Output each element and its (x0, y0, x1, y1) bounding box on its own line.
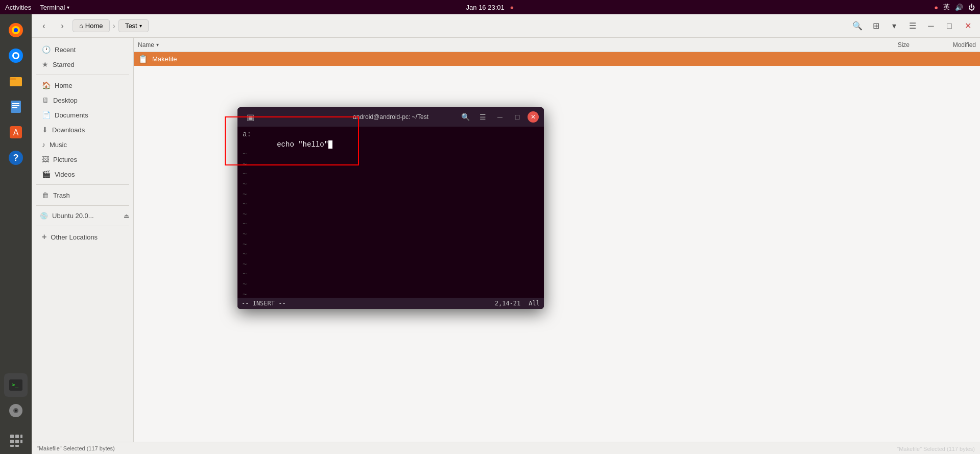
dock-item-terminal[interactable]: >_ (4, 373, 28, 397)
vim-tilde-12: ~ (243, 260, 539, 270)
sidebar-documents-label: Documents (55, 111, 88, 119)
sidebar-item-music[interactable]: ♪ Music (34, 137, 131, 152)
svg-rect-24 (15, 440, 19, 443)
eject-icon[interactable]: ⏏ (124, 212, 129, 220)
svg-rect-11 (12, 107, 17, 108)
fm-status-text: "Makefile" Selected (117 bytes) (37, 445, 115, 451)
fm-home-path-btn[interactable]: ⌂ Home (73, 19, 110, 32)
terminal-dropdown-icon[interactable]: ▾ (67, 5, 69, 10)
sidebar-desktop-label: Desktop (53, 97, 78, 104)
home-icon: 🏠 (42, 81, 51, 89)
help-icon: ? (8, 150, 24, 166)
fm-view-grid-button[interactable]: ⊞ (868, 18, 884, 34)
documents-icon: 📄 (42, 111, 51, 119)
terminal-menu-button[interactable]: ☰ (475, 110, 490, 124)
svg-rect-8 (11, 101, 21, 113)
sidebar-item-desktop[interactable]: 🖥 Desktop (34, 93, 131, 107)
fm-column-name[interactable]: Name ▾ (138, 41, 869, 49)
svg-rect-26 (15, 445, 19, 447)
sidebar-item-recent[interactable]: 🕐 Recent (34, 42, 131, 57)
sidebar-item-starred[interactable]: ★ Starred (34, 57, 131, 71)
files-icon (8, 73, 24, 89)
ubuntu-device-icon: 💿 (40, 212, 48, 220)
dock-item-grid[interactable] (4, 428, 28, 452)
dock-item-libreoffice[interactable] (4, 95, 28, 118)
fm-minimize-button[interactable]: ─ (923, 18, 939, 34)
fm-maximize-button[interactable]: □ (941, 18, 958, 34)
svg-text:A: A (13, 128, 19, 137)
home-path-icon: ⌂ (79, 22, 83, 30)
makefile-name: Makefile (152, 55, 869, 63)
vim-tilde-5: ~ (243, 190, 539, 200)
fm-menu-button[interactable]: ☰ (904, 18, 921, 34)
fm-column-modified[interactable]: Modified (910, 41, 976, 49)
vim-tilde-8: ~ (243, 220, 539, 230)
terminal-search-button[interactable]: 🔍 (458, 110, 472, 124)
recent-icon: 🕐 (42, 45, 51, 54)
sidebar-item-documents[interactable]: 📄 Documents (34, 108, 131, 122)
file-row-makefile[interactable]: 📋 Makefile (134, 52, 980, 66)
sidebar-item-pictures[interactable]: 🖼 Pictures (34, 152, 131, 166)
vim-tilde-9: ~ (243, 230, 539, 240)
fm-sidebar: 🕐 Recent ★ Starred 🏠 Home 🖥 Desktop 📄 Do… (32, 38, 134, 442)
application-dock: A ? >_ (0, 14, 32, 454)
power-icon[interactable]: ⏻ (968, 4, 975, 11)
starred-icon: ★ (42, 60, 49, 68)
dock-item-thunderbird[interactable] (4, 44, 28, 67)
svg-point-5 (14, 54, 18, 58)
dock-item-help[interactable]: ? (4, 146, 28, 170)
fm-close-button[interactable]: ✕ (960, 18, 976, 34)
activities-label[interactable]: Activities (5, 4, 31, 11)
fm-back-button[interactable]: ‹ (36, 18, 52, 34)
vim-tilde-4: ~ (243, 180, 539, 190)
sidebar-item-videos[interactable]: 🎬 Videos (34, 167, 131, 181)
fm-test-path-btn[interactable]: Test ▾ (118, 19, 149, 32)
vim-position-label: 2,14-21 (495, 300, 521, 307)
vim-tilde-14: ~ (243, 280, 539, 290)
lang-label[interactable]: 英 (943, 3, 950, 12)
makefile-icon: 📋 (138, 54, 148, 64)
dock-item-firefox[interactable] (4, 18, 28, 42)
terminal-body[interactable]: a: echo "hello" ~ ~ ~ ~ ~ ~ ~ ~ ~ ~ ~ ~ … (237, 127, 544, 298)
terminal-minimize-button[interactable]: ─ (493, 110, 507, 124)
sort-icon: ▾ (156, 42, 159, 47)
topbar-right: ● 英 🔊 ⏻ (934, 3, 975, 12)
topbar-left: Activities Terminal ▾ (5, 3, 69, 12)
sidebar-downloads-label: Downloads (52, 126, 85, 134)
sidebar-item-home[interactable]: 🏠 Home (34, 78, 131, 92)
svg-rect-23 (10, 440, 14, 443)
sidebar-recent-label: Recent (55, 46, 76, 54)
fm-search-button[interactable]: 🔍 (849, 18, 866, 34)
sidebar-device-ubuntu[interactable]: 💿 Ubuntu 20.0... ⏏ (32, 209, 133, 223)
terminal-window: ▣ android@android-pc: ~/Test 🔍 ☰ ─ □ ✕ a… (237, 107, 544, 309)
terminal-icon-small: ▣ (247, 112, 254, 122)
sound-icon[interactable]: 🔊 (955, 4, 963, 11)
sidebar-item-other-locations[interactable]: + Other Locations (34, 229, 131, 245)
sidebar-item-trash[interactable]: 🗑 Trash (34, 188, 131, 202)
dock-item-files[interactable] (4, 69, 28, 93)
dock-item-software[interactable]: A (4, 121, 28, 144)
fm-column-size[interactable]: Size (869, 41, 910, 49)
svg-point-20 (15, 410, 17, 412)
dock-item-dvd[interactable] (4, 399, 28, 422)
dvd-icon (8, 402, 24, 419)
fm-forward-button[interactable]: › (54, 18, 70, 34)
vim-mode-label: -- INSERT -- (242, 300, 286, 307)
ubuntu-device-label: Ubuntu 20.0... (52, 212, 94, 220)
terminal-maximize-button[interactable]: □ (510, 110, 524, 124)
fm-column-header: Name ▾ Size Modified (134, 38, 980, 52)
terminal-close-button[interactable]: ✕ (528, 111, 539, 123)
svg-rect-21 (10, 435, 14, 438)
vim-tilde-6: ~ (243, 200, 539, 210)
sidebar-trash-label: Trash (53, 192, 70, 199)
sidebar-item-downloads[interactable]: ⬇ Downloads (34, 123, 131, 137)
sidebar-divider-1 (36, 75, 129, 75)
terminal-app-label[interactable]: Terminal (40, 4, 65, 11)
sidebar-home-label: Home (55, 82, 73, 89)
music-icon: ♪ (42, 140, 45, 149)
network-icon[interactable]: ● (934, 4, 938, 11)
fm-view-list-button[interactable]: ▾ (886, 18, 902, 34)
software-icon: A (8, 124, 24, 140)
sidebar-divider-2 (36, 184, 129, 185)
home-path-label: Home (85, 22, 103, 30)
